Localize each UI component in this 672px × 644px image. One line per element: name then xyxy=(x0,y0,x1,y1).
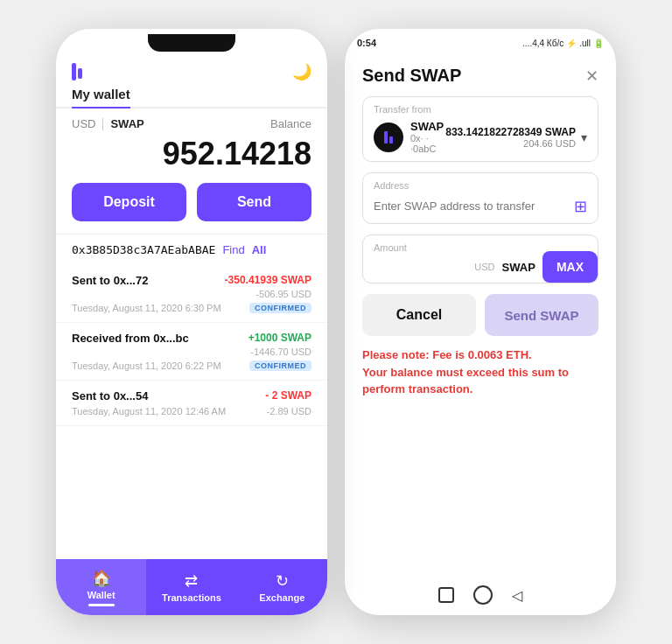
currency-selector: USD SWAP xyxy=(72,117,144,130)
status-icons: ....4,4 Кб/с ⚡ .ull 🔋 xyxy=(522,38,604,48)
divider xyxy=(56,234,327,234)
logo-bar-short xyxy=(78,68,82,79)
back-arrow-icon[interactable]: ◁ xyxy=(512,587,522,604)
logo-bar-tall xyxy=(72,63,76,80)
exchange-nav-icon: ↻ xyxy=(276,571,289,591)
tx-bottom-row: Tuesday, August 11, 2020 6:30 PM -506.95… xyxy=(72,289,312,313)
action-buttons: Deposit Send xyxy=(56,183,327,234)
tx-usd: -2.89 USD xyxy=(267,406,312,416)
modal-title: Send SWAP xyxy=(362,66,461,86)
sidebar-item-exchange[interactable]: ↻ Exchange xyxy=(237,559,327,615)
tx-title: Received from 0x...bc xyxy=(72,332,189,345)
tx-date: Tuesday, August 11, 2020 6:30 PM xyxy=(72,303,221,313)
amount-field[interactable]: Amount USD SWAP MAX xyxy=(362,234,598,284)
balance-label-text: Balance xyxy=(270,117,312,130)
right-phone: 0:54 ....4,4 Кб/с ⚡ .ull 🔋 Send SWAP ✕ T… xyxy=(345,29,616,615)
tx-usd: -1446.70 USD xyxy=(249,346,312,357)
cancel-button[interactable]: Cancel xyxy=(362,294,476,336)
status-bar: 0:54 ....4,4 Кб/с ⚡ .ull 🔋 xyxy=(345,29,616,53)
wallet-swap-amount: 833.1421822728349 SWAP xyxy=(445,126,576,138)
app-header: 🌙 xyxy=(56,55,327,87)
wallet-icon-bars xyxy=(384,131,393,144)
exchange-nav-label: Exchange xyxy=(259,592,304,603)
address-label: Address xyxy=(374,180,587,191)
wallet-usd-amount: 204.66 USD xyxy=(445,138,576,149)
wallet-nav-icon: 🏠 xyxy=(92,569,111,588)
amount-field-inner: USD SWAP MAX xyxy=(374,258,587,276)
transfer-from-label: Transfer from xyxy=(374,104,587,115)
tx-top-row: Sent to 0x...54 - 2 SWAP xyxy=(72,389,312,402)
wallet-address-text: 0x3B85D38c3A7AEabABAE xyxy=(72,243,215,256)
home-indicator-bar: ◁ xyxy=(345,580,616,615)
icon-bar-tall xyxy=(384,131,388,144)
tx-usd: -506.95 USD xyxy=(249,289,312,299)
address-input[interactable] xyxy=(374,196,574,216)
signal-icon: ⚡ xyxy=(566,38,577,48)
sidebar-item-transactions[interactable]: ⇄ Transactions xyxy=(146,559,236,615)
bottom-navigation: 🏠 Wallet ⇄ Transactions ↻ Exchange xyxy=(56,559,327,615)
icon-bar-short xyxy=(389,136,393,144)
wallet-icon xyxy=(374,122,403,152)
close-button[interactable]: ✕ xyxy=(585,68,598,84)
tx-bottom-row: Tuesday, August 11, 2020 12:46 AM -2.89 … xyxy=(72,404,312,416)
fee-notice: Please note: Fee is 0.0063 ETH. Your bal… xyxy=(362,346,598,398)
amount-swap-label: SWAP xyxy=(502,261,536,274)
tx-amount: -350.41939 SWAP xyxy=(225,274,312,286)
transfer-from-field[interactable]: Transfer from SWAP 0x· · ·0abC 833.14218… xyxy=(362,96,598,162)
chevron-down-icon: ▾ xyxy=(581,130,587,144)
send-swap-modal: Send SWAP ✕ Transfer from SWAP 0x· · ·0a xyxy=(345,53,616,580)
modal-actions: Cancel Send SWAP xyxy=(362,294,598,336)
transactions-nav-label: Transactions xyxy=(162,592,221,603)
send-swap-button[interactable]: Send SWAP xyxy=(485,294,598,336)
amount-input[interactable] xyxy=(374,260,467,275)
tx-title: Sent to 0x...72 xyxy=(72,274,148,287)
max-button[interactable]: MAX xyxy=(542,251,598,283)
tx-amount: - 2 SWAP xyxy=(265,389,312,402)
all-link[interactable]: All xyxy=(252,243,267,256)
wallet-nav-label: Wallet xyxy=(88,590,116,600)
currency-row: USD SWAP Balance xyxy=(56,108,327,132)
tx-date: Tuesday, August 11, 2020 12:46 AM xyxy=(72,406,226,416)
tab-navigation: My wallet xyxy=(56,87,327,108)
usd-label: USD xyxy=(72,117,95,130)
wallet-info: SWAP 0x· · ·0abC xyxy=(410,120,445,154)
table-row[interactable]: Received from 0x...bc +1000 SWAP Tuesday… xyxy=(56,323,327,381)
transactions-nav-icon: ⇄ xyxy=(185,571,198,591)
active-indicator xyxy=(88,604,115,606)
send-button[interactable]: Send xyxy=(197,183,312,221)
status-time: 0:54 xyxy=(357,38,376,48)
tx-top-row: Sent to 0x...72 -350.41939 SWAP xyxy=(72,274,312,287)
theme-toggle-icon[interactable]: 🌙 xyxy=(292,62,312,81)
signal-text: ....4,4 Кб/с xyxy=(522,38,564,48)
tx-date: Tuesday, August 11, 2020 6:22 PM xyxy=(72,360,221,371)
back-button-square[interactable] xyxy=(438,587,454,603)
token-label: SWAP xyxy=(110,117,144,130)
home-button-circle[interactable] xyxy=(473,585,493,605)
tx-top-row: Received from 0x...bc +1000 SWAP xyxy=(72,332,312,345)
tx-bottom-row: Tuesday, August 11, 2020 6:22 PM -1446.7… xyxy=(72,346,312,371)
wifi-icon: .ull xyxy=(579,38,591,48)
tx-title: Sent to 0x...54 xyxy=(72,389,148,402)
modal-header: Send SWAP ✕ xyxy=(362,66,598,86)
wallet-name: SWAP xyxy=(410,120,445,133)
tx-amount: +1000 SWAP xyxy=(248,332,312,344)
transaction-list: Sent to 0x...72 -350.41939 SWAP Tuesday,… xyxy=(56,265,327,559)
wallet-address: 0x· · ·0abC xyxy=(410,133,445,154)
table-row[interactable]: Sent to 0x...72 -350.41939 SWAP Tuesday,… xyxy=(56,265,327,323)
address-field[interactable]: Address ⊞ xyxy=(362,172,598,224)
app-logo xyxy=(72,63,82,80)
battery-icon: 🔋 xyxy=(593,38,604,48)
amount-currency-label: USD xyxy=(474,262,494,272)
wallet-amounts: 833.1421822728349 SWAP 204.66 USD xyxy=(445,126,576,149)
my-wallet-tab[interactable]: My wallet xyxy=(72,87,130,108)
address-field-inner: ⊞ xyxy=(374,196,587,216)
notch xyxy=(148,34,235,52)
qr-scan-icon[interactable]: ⊞ xyxy=(574,197,587,216)
sidebar-item-wallet[interactable]: 🏠 Wallet xyxy=(56,559,146,615)
table-row[interactable]: Sent to 0x...54 - 2 SWAP Tuesday, August… xyxy=(56,381,327,426)
balance-amount: 952.14218 xyxy=(56,132,327,183)
deposit-button[interactable]: Deposit xyxy=(72,183,186,221)
left-phone: 🌙 My wallet USD SWAP Balance 952.14218 D… xyxy=(56,29,327,615)
transfer-from-inner: SWAP 0x· · ·0abC 833.1421822728349 SWAP … xyxy=(374,120,587,154)
find-link[interactable]: Find xyxy=(222,243,244,256)
